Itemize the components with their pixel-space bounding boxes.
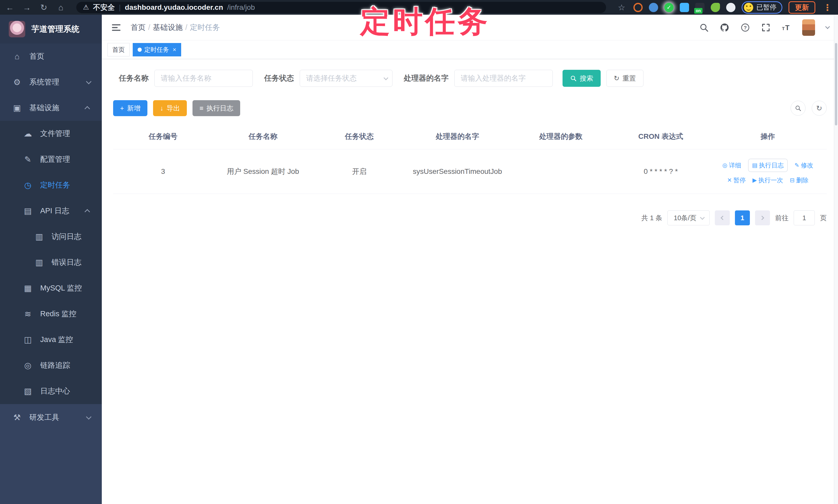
extension-green-check-icon[interactable]: ✓: [664, 3, 674, 12]
fullscreen-icon[interactable]: [761, 23, 771, 33]
hamburger-icon[interactable]: [110, 22, 122, 33]
sidebar-logo-row[interactable]: 芋道管理系统: [0, 15, 102, 43]
handler-name-input[interactable]: [454, 70, 553, 87]
app-frame: 芋道管理系统 ⌂ 首页 ⚙ 系统管理 ▣ 基础设施 ☁ 文件管理 ✎: [0, 15, 838, 504]
browser-reload-icon[interactable]: ↻: [39, 3, 49, 12]
delete-link[interactable]: ⊟ 删除: [790, 176, 808, 184]
column-header-handler-name: 处理器的名字: [406, 125, 509, 149]
sidebar-item-trace[interactable]: ◎ 链路追踪: [0, 353, 102, 378]
breadcrumb-home[interactable]: 首页: [130, 22, 150, 33]
page-number-button[interactable]: 1: [735, 211, 750, 226]
not-secure-warning-icon: ⚠: [83, 3, 89, 11]
exec-log-link[interactable]: ▤ 执行日志: [748, 159, 788, 172]
task-name-input[interactable]: [154, 70, 253, 87]
profile-paused-pill[interactable]: 已暂停: [741, 1, 782, 14]
detail-link[interactable]: ◎ 详细: [722, 161, 741, 169]
sidebar-item-infrastructure[interactable]: ▣ 基础设施: [0, 95, 102, 121]
sidebar-item-redis-monitor[interactable]: ≋ Redis 监控: [0, 301, 102, 327]
sidebar-bottom-section: ⚒ 研发工具: [0, 404, 102, 504]
breadcrumb-infrastructure[interactable]: 基础设施: [153, 22, 187, 33]
add-button[interactable]: + 新增: [113, 100, 147, 116]
font-size-icon[interactable]: T T: [782, 23, 791, 33]
toggle-search-button[interactable]: [790, 101, 805, 115]
search-button-label: 搜索: [580, 74, 593, 83]
pen-icon: ✎: [795, 162, 799, 169]
action-label: 详细: [729, 161, 741, 169]
column-header-cron: CRON 表达式: [612, 125, 709, 149]
sidebar-item-dev-tools[interactable]: ⚒ 研发工具: [0, 404, 102, 430]
exec-log-button-label: 执行日志: [206, 104, 233, 113]
sidebar-item-access-logs[interactable]: ▥ 访问日志: [0, 224, 102, 250]
edit-icon: ✎: [22, 155, 34, 164]
sidebar-item-system-mgmt[interactable]: ⚙ 系统管理: [0, 69, 102, 95]
close-icon[interactable]: ×: [173, 46, 176, 53]
user-avatar[interactable]: [802, 19, 815, 36]
goto-page-input[interactable]: [794, 211, 815, 226]
refresh-icon: ↻: [816, 104, 822, 112]
export-button[interactable]: ↓ 导出: [153, 100, 187, 116]
column-header-actions: 操作: [709, 125, 827, 149]
page-size-value: 10条/页: [674, 214, 696, 222]
browser-toolbar: ← → ↻ ⌂ ⚠ 不安全 | dashboard.yudao.iocoder.…: [0, 0, 838, 15]
extension-orange-icon[interactable]: [633, 3, 643, 12]
tab-scheduled-jobs[interactable]: 定时任务 ×: [133, 43, 181, 56]
app-title: 芋道管理系统: [32, 24, 80, 35]
sidebar-item-config-mgmt[interactable]: ✎ 配置管理: [0, 146, 102, 172]
edit-link[interactable]: ✎ 修改: [795, 161, 813, 169]
pause-link[interactable]: ✕ 暂停: [727, 176, 746, 184]
sidebar-item-file-mgmt[interactable]: ☁ 文件管理: [0, 121, 102, 146]
bookmark-star-icon[interactable]: ☆: [616, 3, 627, 12]
reset-button[interactable]: ↻ 重置: [606, 70, 643, 87]
refresh-table-button[interactable]: ↻: [812, 101, 827, 115]
next-page-button[interactable]: [755, 211, 770, 226]
task-status-select[interactable]: 请选择任务状态: [300, 70, 392, 87]
sidebar-item-api-logs[interactable]: ▤ API 日志: [0, 198, 102, 224]
chevron-down-icon: [86, 414, 91, 419]
api-log-icon: ▤: [22, 206, 34, 216]
browser-update-button[interactable]: 更新: [788, 1, 815, 14]
sidebar-item-label: 系统管理: [29, 77, 59, 87]
reset-button-label: 重置: [623, 74, 636, 83]
column-header-job-name: 任务名称: [213, 125, 313, 149]
sidebar: 芋道管理系统 ⌂ 首页 ⚙ 系统管理 ▣ 基础设施 ☁ 文件管理 ✎: [0, 15, 102, 504]
page-size-select[interactable]: 10条/页: [667, 211, 710, 226]
sidebar-item-label: Java 监控: [40, 335, 73, 345]
browser-menu-kebab-icon[interactable]: ⋮: [821, 2, 833, 13]
sidebar-item-scheduled-jobs[interactable]: ◷ 定时任务: [0, 172, 102, 198]
sidebar-item-java-monitor[interactable]: ◫ Java 监控: [0, 327, 102, 353]
scrollbar-thumb[interactable]: [835, 43, 837, 125]
search-button[interactable]: 搜索: [562, 70, 601, 87]
extensions-puzzle-icon[interactable]: [726, 3, 735, 12]
sidebar-item-log-center[interactable]: ▧ 日志中心: [0, 378, 102, 404]
browser-forward-icon[interactable]: →: [22, 3, 32, 12]
toolbar-right-tools: ↻: [790, 101, 827, 115]
address-bar[interactable]: ⚠ 不安全 | dashboard.yudao.iocoder.cn /infr…: [76, 2, 606, 13]
column-header-handler-params: 处理器的参数: [509, 125, 613, 149]
svg-text:T: T: [782, 26, 785, 31]
document-icon: ▥: [34, 257, 45, 267]
browser-home-icon[interactable]: ⌂: [56, 3, 66, 12]
avatar-caret-icon[interactable]: [825, 24, 830, 29]
help-icon[interactable]: ?: [740, 23, 750, 33]
github-icon[interactable]: [720, 23, 730, 33]
extension-blue-icon[interactable]: [649, 3, 658, 12]
sidebar-item-home[interactable]: ⌂ 首页: [0, 43, 102, 69]
sidebar-item-mysql-monitor[interactable]: ▦ MySQL 监控: [0, 275, 102, 301]
run-once-link[interactable]: ▶ 执行一次: [752, 176, 783, 184]
tab-home[interactable]: 首页: [107, 43, 129, 56]
jobs-table: 任务编号 任务名称 任务状态 处理器的名字 处理器的参数 CRON 表达式 操作…: [113, 125, 827, 194]
search-icon[interactable]: [699, 23, 709, 33]
tab-label: 定时任务: [144, 46, 169, 54]
prev-page-button[interactable]: [715, 211, 730, 226]
browser-back-icon[interactable]: ←: [5, 3, 15, 12]
sidebar-item-error-logs[interactable]: ▥ 错误日志: [0, 250, 102, 275]
sidebar-item-label: 基础设施: [29, 103, 59, 113]
exec-log-button[interactable]: ≡ 执行日志: [192, 100, 240, 116]
log-icon: ▤: [752, 162, 757, 169]
app-logo: [9, 21, 25, 37]
extension-leaf-icon[interactable]: [711, 3, 720, 12]
extension-cyan-icon[interactable]: [680, 3, 689, 12]
extension-switch-icon[interactable]: on: [695, 3, 704, 12]
page-scrollbar[interactable]: [834, 15, 838, 504]
search-icon: [570, 75, 577, 82]
